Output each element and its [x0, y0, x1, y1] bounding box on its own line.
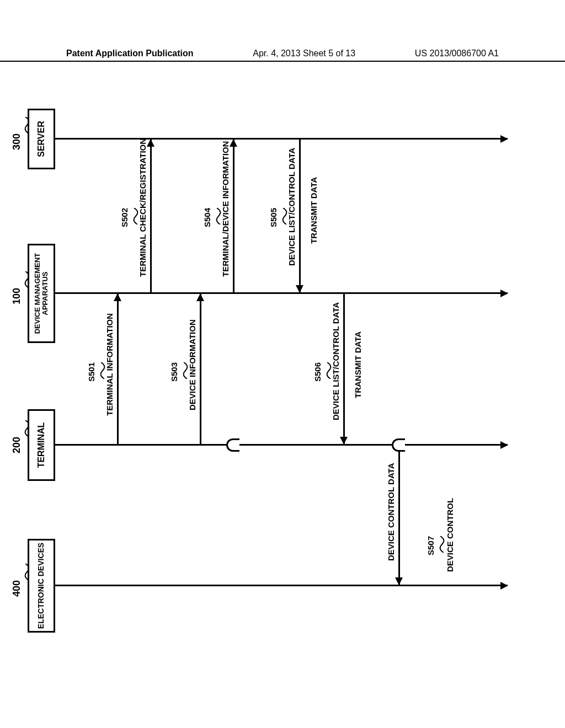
label-s505: DEVICE LIST/CONTROL DATA [287, 148, 296, 266]
hop-icon [392, 438, 405, 452]
header-right: US 2013/0086700 A1 [415, 49, 499, 58]
tilde-icon [214, 208, 219, 224]
arrow-device-control-data [398, 446, 400, 585]
header-left: Patent Application Publication [66, 49, 194, 58]
tilde-icon [22, 564, 28, 580]
entity-terminal: TERMINAL [28, 409, 55, 481]
arrow-s506 [343, 294, 345, 444]
label-transmit-1: TRANSMIT DATA [353, 331, 363, 398]
label-s504: TERMINAL/DEVICE INFORMATION [221, 141, 230, 277]
stepnum-s506: S506 [313, 362, 322, 382]
entity-300-num: 300 [11, 133, 23, 150]
tilde-icon [437, 536, 443, 553]
arrow-s501 [117, 294, 119, 444]
lifeline-200 [55, 444, 508, 446]
tilde-icon [98, 362, 103, 379]
tilde-icon [22, 271, 28, 288]
arrow-s502 [150, 140, 152, 292]
figure-area: FIG. 5 400 200 100 300 ELECTRONIC DEVICE… [0, 98, 565, 663]
entity-400-num: 400 [11, 580, 23, 597]
stepnum-s505: S505 [269, 208, 278, 227]
label-s503: DEVICE INFORMATION [188, 319, 197, 410]
stepnum-s501: S501 [87, 362, 96, 382]
tilde-icon [131, 208, 136, 224]
entity-100-num: 100 [11, 288, 23, 304]
label-s507: DEVICE CONTROL [445, 498, 455, 572]
label-s502: TERMINAL CHECK/REGISTRATION [138, 138, 147, 277]
stepnum-s502: S502 [120, 208, 129, 227]
hop-icon [226, 438, 239, 452]
label-s501: TERMINAL INFORMATION [105, 313, 114, 416]
header-center: Apr. 4, 2013 Sheet 5 of 13 [253, 49, 355, 58]
entity-server: SERVER [28, 109, 55, 169]
tilde-icon [280, 208, 285, 224]
lifeline-400 [55, 585, 508, 586]
label-transmit-2: TRANSMIT DATA [309, 177, 318, 244]
label-s506: DEVICE LIST/CONTROL DATA [331, 302, 340, 420]
figure-label: FIG. 5 [0, 344, 3, 387]
tilde-icon [324, 362, 329, 379]
entity-200-num: 200 [11, 437, 23, 453]
arrow-s504 [233, 140, 234, 292]
entity-device-management-apparatus: DEVICE MANAGEMENT APPARATUS [28, 244, 55, 343]
lifeline-300 [55, 138, 508, 140]
page-header: Patent Application Publication Apr. 4, 2… [0, 49, 565, 62]
label-device-control-data: DEVICE CONTROL DATA [386, 463, 396, 561]
stepnum-s507: S507 [426, 536, 435, 555]
tilde-icon [180, 362, 186, 379]
tilde-icon [22, 117, 28, 133]
entity-electronic-devices: ELECTRONIC DEVICES [28, 539, 55, 633]
tilde-icon [22, 420, 28, 437]
stepnum-s504: S504 [202, 208, 212, 227]
stepnum-s503: S503 [169, 362, 179, 382]
arrow-s503 [200, 294, 201, 444]
lifeline-100 [55, 292, 508, 294]
arrow-s505 [299, 140, 301, 292]
